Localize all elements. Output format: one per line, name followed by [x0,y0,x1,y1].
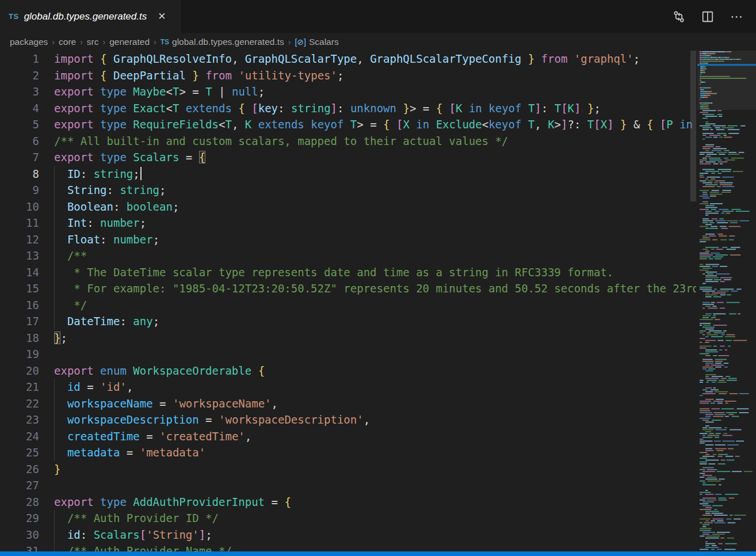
breadcrumb-item-generated[interactable]: generated [109,37,150,47]
code-line[interactable]: 4export type Exact<T extends { [key: str… [0,100,696,117]
more-actions-icon[interactable]: ⋯ [730,10,743,24]
code-line-content: Int: number; [39,215,146,231]
line-number: 10 [0,199,39,215]
code-line[interactable]: 3export type Maybe<T> = T | null; [0,83,696,100]
code-line-content: workspaceName = 'workspaceName', [39,395,278,412]
code-line[interactable]: 15 * For example: "1985-04-12T23:20:50.5… [0,280,696,297]
line-number: 11 [0,215,39,231]
breadcrumb-label: global.db.types.generated.ts [172,37,284,47]
breadcrumb-separator: › [80,37,83,47]
code-area: 1import { GraphQLResolveInfo, GraphQLSca… [0,51,696,551]
code-line[interactable]: 20export enum WorkspaceOrderable { [0,363,696,379]
code-line-content [39,346,54,363]
tab-bar: TS global.db.types.generated.ts ✕ ⋯ [0,0,756,33]
code-line[interactable]: 29 /** Auth Provider ID */ [0,510,696,527]
code-line[interactable]: 21 id = 'id', [0,379,696,395]
line-number: 13 [0,247,39,264]
code-line[interactable]: 7export type Scalars = { [0,149,696,166]
code-line-content: createdTime = 'createdTime', [39,428,251,445]
line-number: 29 [0,510,39,527]
code-line-content: Float: number; [39,231,159,248]
code-line[interactable]: 9 String: string; [0,182,696,199]
code-line-content: } [39,461,60,478]
code-line-content: */ [39,297,87,314]
code-line[interactable]: 2import { DeepPartial } from 'utility-ty… [0,67,696,84]
line-number: 19 [0,346,39,363]
code-line[interactable]: 30 id: Scalars['String']; [0,527,696,543]
code-line[interactable]: 28export type AddAuthProviderInput = { [0,494,696,511]
code-line-content: export type Maybe<T> = T | null; [39,83,265,100]
code-line[interactable]: 27 [0,477,696,494]
code-line-content: metadata = 'metadata' [39,444,205,461]
editor: 1import { GraphQLResolveInfo, GraphQLSca… [0,51,756,551]
code-line[interactable]: 24 createdTime = 'createdTime', [0,428,696,445]
line-number: 3 [0,83,39,100]
line-number: 27 [0,477,39,494]
code-line-content: import { DeepPartial } from 'utility-typ… [39,67,343,84]
code-line-content: String: string; [39,182,166,199]
code-line[interactable]: 13 /** [0,247,696,264]
code-line[interactable]: 25 metadata = 'metadata' [0,444,696,461]
line-number: 1 [0,51,39,67]
code-line-content: * The DateTime scalar type represents da… [39,264,613,281]
breadcrumb-label: Scalars [309,37,339,47]
code-line[interactable]: 31 /** Auth Provider Name */ [0,543,696,551]
breadcrumb-separator: › [154,37,156,47]
scrollbar-slider[interactable] [690,51,696,201]
code-line[interactable]: 8 ID: string; [0,166,696,182]
code-line-content: /** Auth Provider Name */ [39,543,232,551]
line-number: 12 [0,231,39,248]
code-line[interactable]: 18}; [0,330,696,346]
minimap[interactable] [697,51,756,551]
open-changes-icon[interactable] [672,10,686,24]
line-number: 14 [0,264,39,281]
code-line[interactable]: 17 DateTime: any; [0,313,696,330]
code-line-content: id = 'id', [39,379,133,395]
symbol-type-icon: [⊘] [295,37,306,47]
text-cursor [140,167,142,180]
code-line-content: export type Exact<T extends { [key: stri… [39,100,601,117]
line-number: 15 [0,280,39,297]
code-line[interactable]: 16 */ [0,297,696,314]
code-line[interactable]: 1import { GraphQLResolveInfo, GraphQLSca… [0,51,696,67]
code-line[interactable]: 10 Boolean: boolean; [0,199,696,215]
code-line[interactable]: 23 workspaceDescription = 'workspaceDesc… [0,412,696,428]
line-number: 30 [0,527,39,543]
split-editor-icon[interactable] [701,10,715,24]
line-number: 28 [0,494,39,511]
code-line-content: ID: string; [39,166,142,182]
code-line-content: export enum WorkspaceOrderable { [39,363,265,379]
line-number: 6 [0,133,39,150]
line-number: 20 [0,363,39,379]
code-line[interactable]: 6/** All built-in and custom scalars, ma… [0,133,696,150]
line-number: 8 [0,166,39,182]
code-line[interactable]: 5export type RequireFields<T, K extends … [0,116,696,133]
code-line[interactable]: 11 Int: number; [0,215,696,231]
close-tab-icon[interactable]: ✕ [158,12,166,21]
tab-title: global.db.types.generated.ts [24,11,147,22]
breadcrumb-item-core[interactable]: core [59,37,76,47]
breadcrumb-item-packages[interactable]: packages [10,37,48,47]
code-line[interactable]: 14 * The DateTime scalar type represents… [0,264,696,281]
code-line[interactable]: 22 workspaceName = 'workspaceName', [0,395,696,412]
code-line-content: }; [39,330,67,346]
line-number: 7 [0,149,39,166]
status-bar[interactable] [0,551,756,556]
typescript-file-icon: TS [9,12,19,21]
editor-actions: ⋯ [672,0,756,33]
breadcrumb: packages›core›src›generated›TSglobal.db.… [0,33,756,51]
code-line[interactable]: 12 Float: number; [0,231,696,248]
line-number: 23 [0,412,39,428]
code-line[interactable]: 26} [0,461,696,478]
typescript-file-icon: TS [161,38,169,46]
code-line[interactable]: 19 [0,346,696,363]
code-line-content: DateTime: any; [39,313,159,330]
breadcrumb-label: src [87,37,99,47]
breadcrumb-separator: › [103,37,106,47]
breadcrumb-item-global-db-types-generated-ts[interactable]: TSglobal.db.types.generated.ts [161,37,284,47]
line-number: 31 [0,543,39,551]
vertical-scrollbar[interactable] [689,51,697,551]
breadcrumb-item-scalars[interactable]: [⊘]Scalars [295,37,338,47]
editor-tab[interactable]: TS global.db.types.generated.ts ✕ [0,0,181,33]
breadcrumb-item-src[interactable]: src [87,37,99,47]
